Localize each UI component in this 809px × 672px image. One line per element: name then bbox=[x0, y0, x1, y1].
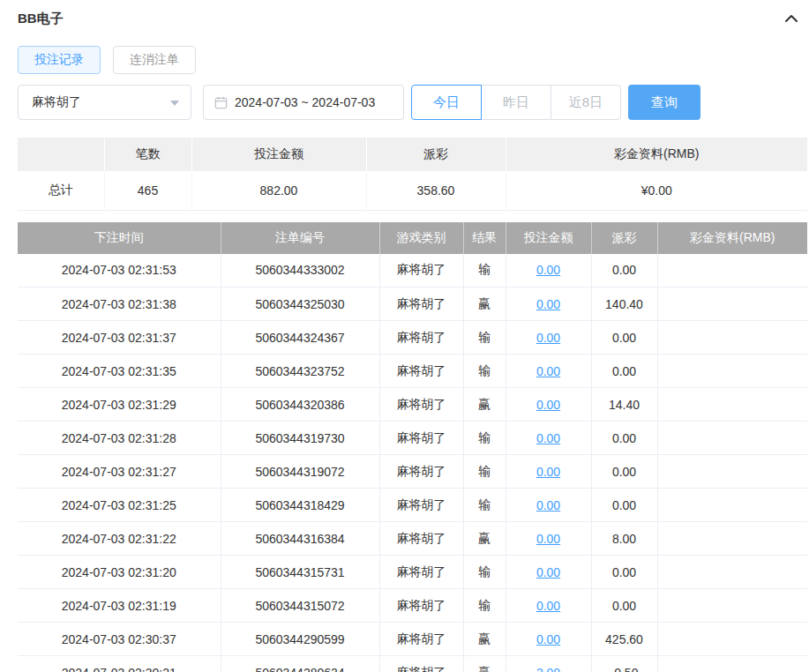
summary-header-row: 笔数 投注金额 派彩 彩金资料(RMB) bbox=[18, 138, 807, 171]
cell-jackpot bbox=[657, 623, 807, 656]
cell-bet-amount: 0.00 bbox=[506, 455, 591, 489]
header-order-number: 注单编号 bbox=[221, 222, 379, 254]
quick-filter-today-button[interactable]: 今日 bbox=[411, 85, 482, 120]
cell-bet-time: 2024-07-03 02:31:38 bbox=[18, 287, 221, 321]
bet-amount-link[interactable]: 0.00 bbox=[536, 565, 560, 579]
cell-bet-amount: 0.00 bbox=[506, 556, 591, 589]
cell-order-number: 5060344320386 bbox=[221, 388, 379, 422]
cell-jackpot bbox=[657, 522, 807, 556]
summary-header-blank bbox=[18, 138, 104, 171]
cell-jackpot bbox=[657, 388, 807, 422]
search-button[interactable]: 查询 bbox=[628, 85, 700, 120]
cell-result: 输 bbox=[463, 422, 506, 455]
cell-order-number: 5060344280634 bbox=[221, 656, 379, 672]
cell-bet-amount: 0.00 bbox=[506, 589, 591, 623]
cell-result: 赢 bbox=[463, 522, 506, 556]
quick-range-button-group: 今日 昨日 近8日 bbox=[411, 85, 621, 120]
cell-bet-time: 2024-07-03 02:30:37 bbox=[18, 623, 221, 656]
header-bet-amount: 投注金额 bbox=[506, 222, 591, 254]
header-bet-time: 下注时间 bbox=[18, 222, 221, 254]
bet-amount-link[interactable]: 0.00 bbox=[536, 465, 560, 479]
tab-bet-records[interactable]: 投注记录 bbox=[18, 46, 101, 74]
cell-bet-time: 2024-07-03 02:31:37 bbox=[18, 321, 221, 355]
cell-payout: 0.00 bbox=[591, 556, 657, 589]
cell-order-number: 5060344324367 bbox=[221, 321, 379, 355]
bet-amount-link[interactable]: 0.00 bbox=[536, 498, 560, 512]
bet-amount-link[interactable]: 0.00 bbox=[536, 364, 560, 378]
cell-bet-time: 2024-07-03 02:31:25 bbox=[18, 489, 221, 522]
cell-payout: 0.00 bbox=[591, 321, 657, 355]
bet-amount-link[interactable]: 2.00 bbox=[536, 666, 560, 672]
table-row: 2024-07-03 02:31:53 5060344333002 麻将胡了 输… bbox=[18, 254, 807, 287]
cell-payout: 8.00 bbox=[591, 522, 657, 556]
collapse-chevron-up-icon[interactable] bbox=[784, 13, 798, 24]
bet-amount-link[interactable]: 0.00 bbox=[536, 398, 560, 412]
cell-bet-time: 2024-07-03 02:31:28 bbox=[18, 422, 221, 455]
cell-game-category: 麻将胡了 bbox=[379, 455, 463, 489]
cell-result: 输 bbox=[463, 489, 506, 522]
quick-filter-last8days-button[interactable]: 近8日 bbox=[551, 85, 621, 120]
cell-bet-amount: 0.00 bbox=[506, 623, 591, 656]
record-tabs: 投注记录 连消注单 bbox=[18, 46, 807, 74]
summary-table: 笔数 投注金额 派彩 彩金资料(RMB) 总计 465 882.00 358.6… bbox=[18, 138, 807, 211]
cell-payout: 0.00 bbox=[591, 489, 657, 522]
summary-header-payout: 派彩 bbox=[366, 138, 506, 171]
bet-amount-link[interactable]: 0.00 bbox=[536, 632, 560, 646]
cell-payout: 0.00 bbox=[591, 254, 657, 287]
tab-cancelled-orders[interactable]: 连消注单 bbox=[113, 46, 196, 74]
cell-bet-time: 2024-07-03 02:31:29 bbox=[18, 388, 221, 422]
quick-filter-yesterday-button[interactable]: 昨日 bbox=[481, 85, 551, 120]
date-range-value: 2024-07-03 ~ 2024-07-03 bbox=[235, 95, 375, 109]
cell-jackpot bbox=[657, 254, 807, 287]
records-table: 下注时间 注单编号 游戏类别 结果 投注金额 派彩 彩金资料(RMB) 2024… bbox=[18, 222, 807, 672]
cell-result: 赢 bbox=[463, 287, 506, 321]
cell-bet-amount: 2.00 bbox=[506, 656, 591, 672]
cell-bet-amount: 0.00 bbox=[506, 287, 591, 321]
cell-order-number: 5060344325030 bbox=[221, 287, 379, 321]
date-range-input[interactable]: 2024-07-03 ~ 2024-07-03 bbox=[203, 85, 404, 120]
game-select[interactable]: 麻将胡了 bbox=[18, 85, 191, 120]
cell-game-category: 麻将胡了 bbox=[379, 489, 463, 522]
cell-game-category: 麻将胡了 bbox=[379, 422, 463, 455]
cell-order-number: 5060344318429 bbox=[221, 489, 379, 522]
cell-payout: 0.00 bbox=[591, 355, 657, 388]
cell-bet-amount: 0.00 bbox=[506, 522, 591, 556]
cell-jackpot bbox=[657, 321, 807, 355]
summary-jackpot-value: ¥0.00 bbox=[506, 171, 807, 210]
panel-header: BB电子 bbox=[18, 7, 807, 30]
header-result: 结果 bbox=[463, 222, 506, 254]
cell-payout: 0.00 bbox=[591, 422, 657, 455]
bet-amount-link[interactable]: 0.00 bbox=[536, 532, 560, 546]
bet-amount-link[interactable]: 0.00 bbox=[536, 263, 560, 277]
page-title: BB电子 bbox=[18, 11, 64, 27]
cell-bet-time: 2024-07-03 02:31:27 bbox=[18, 455, 221, 489]
cell-jackpot bbox=[657, 455, 807, 489]
cell-bet-time: 2024-07-03 02:31:20 bbox=[18, 556, 221, 589]
cell-game-category: 麻将胡了 bbox=[379, 656, 463, 672]
cell-bet-amount: 0.00 bbox=[506, 355, 591, 388]
bet-amount-link[interactable]: 0.00 bbox=[536, 297, 560, 311]
cell-payout: -0.50 bbox=[591, 656, 657, 672]
cell-order-number: 5060344323752 bbox=[221, 355, 379, 388]
bet-amount-link[interactable]: 0.00 bbox=[536, 431, 560, 445]
summary-total-label: 总计 bbox=[18, 171, 104, 210]
header-game-category: 游戏类别 bbox=[379, 222, 463, 254]
bet-amount-link[interactable]: 0.00 bbox=[536, 599, 560, 613]
cell-game-category: 麻将胡了 bbox=[379, 388, 463, 422]
summary-bet-amount-value: 882.00 bbox=[191, 171, 366, 210]
cell-order-number: 5060344333002 bbox=[221, 254, 379, 287]
records-tbody: 2024-07-03 02:31:53 5060344333002 麻将胡了 输… bbox=[18, 254, 807, 672]
table-row: 2024-07-03 02:31:28 5060344319730 麻将胡了 输… bbox=[18, 422, 807, 455]
cell-result: 输 bbox=[463, 321, 506, 355]
summary-header-count: 笔数 bbox=[104, 138, 191, 171]
table-row: 2024-07-03 02:31:29 5060344320386 麻将胡了 赢… bbox=[18, 388, 807, 422]
cell-game-category: 麻将胡了 bbox=[379, 321, 463, 355]
summary-count-value: 465 bbox=[104, 171, 191, 210]
cell-jackpot bbox=[657, 556, 807, 589]
summary-header-jackpot: 彩金资料(RMB) bbox=[506, 138, 807, 171]
bet-amount-link[interactable]: 0.00 bbox=[536, 331, 560, 345]
cell-payout: 140.40 bbox=[591, 287, 657, 321]
table-row: 2024-07-03 02:31:38 5060344325030 麻将胡了 赢… bbox=[18, 287, 807, 321]
cell-game-category: 麻将胡了 bbox=[379, 589, 463, 623]
cell-order-number: 5060344315731 bbox=[221, 556, 379, 589]
